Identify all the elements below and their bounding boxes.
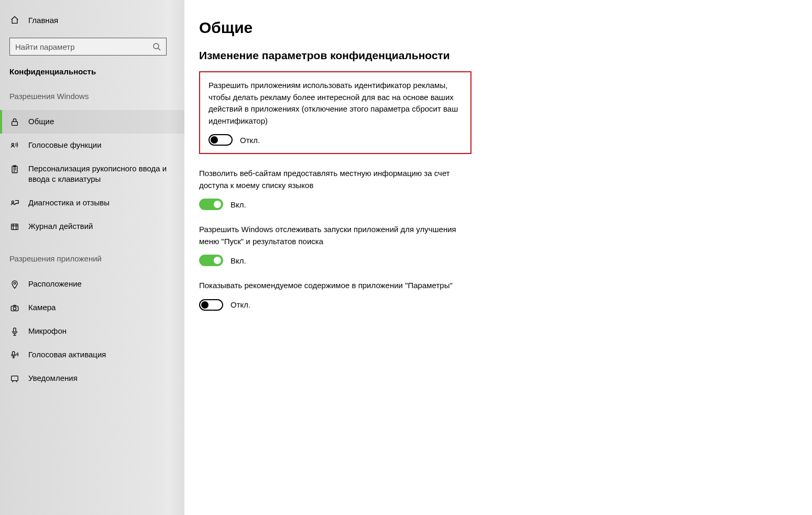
sidebar-item-label: Микрофон [28,326,67,336]
sidebar-item-inking[interactable]: Персонализация рукописного ввода и ввода… [0,157,184,191]
svg-rect-11 [13,351,15,355]
sidebar-item-label: Общие [28,116,54,127]
setting-suggested-content: Показывать рекомендуемое содержимое в пр… [199,280,466,311]
feedback-icon [9,198,20,209]
sidebar-item-microphone[interactable]: Микрофон [0,320,184,343]
toggle-website-language[interactable] [199,199,223,210]
sidebar-item-activity[interactable]: Журнал действий [0,215,184,238]
page-subheading: Изменение параметров конфиденциальности [199,49,791,62]
sidebar-item-label: Голосовые функции [28,140,102,150]
svg-point-2 [12,143,14,145]
setting-advertising-id: Разрешить приложениям использовать идент… [199,71,471,154]
svg-rect-6 [12,224,18,229]
home-icon [9,15,20,25]
sidebar-home-label: Главная [28,16,58,25]
toggle-row: Вкл. [199,255,466,266]
sidebar-item-label: Голосовая активация [28,349,106,360]
sidebar: Главная Конфиденциальность Разрешения Wi… [0,0,184,515]
toggle-state-label: Откл. [240,136,260,145]
svg-point-0 [153,43,159,49]
sidebar-home[interactable]: Главная [0,15,184,38]
setting-website-language: Позволить веб-сайтам предоставлять местн… [199,168,466,210]
sidebar-group-windows-perms: Разрешения Windows [0,92,184,110]
toggle-state-label: Откл. [231,300,250,309]
lock-icon [9,117,20,127]
svg-rect-10 [14,327,16,332]
toggle-advertising-id[interactable] [209,134,233,146]
toggle-state-label: Вкл. [231,200,246,209]
sidebar-item-label: Уведомления [28,373,78,383]
setting-description: Разрешить приложениям использовать идент… [209,80,462,127]
toggle-row: Вкл. [199,199,466,210]
setting-description: Разрешить Windows отслеживать запуски пр… [199,224,466,247]
toggle-row: Откл. [199,299,466,311]
search-icon [152,42,161,51]
toggle-row: Откл. [209,134,462,146]
sidebar-item-diagnostics[interactable]: Диагностика и отзывы [0,191,184,215]
svg-point-9 [13,307,16,310]
sidebar-item-location[interactable]: Расположение [0,272,184,296]
search-input[interactable] [15,42,152,51]
svg-point-7 [14,282,16,284]
main-content: Общие Изменение параметров конфиденциаль… [184,0,812,515]
setting-description: Показывать рекомендуемое содержимое в пр… [199,280,466,292]
page-title: Общие [199,19,791,37]
svg-rect-1 [12,122,18,125]
svg-point-5 [12,201,14,203]
sidebar-group-app-perms: Разрешения приложений [0,254,184,272]
setting-app-launch-tracking: Разрешить Windows отслеживать запуски пр… [199,224,466,266]
sidebar-item-general[interactable]: Общие [0,110,184,134]
speech-icon [9,140,20,151]
sidebar-item-notifications[interactable]: Уведомления [0,367,184,390]
sidebar-item-camera[interactable]: Камера [0,296,184,320]
sidebar-item-label: Камера [28,302,56,313]
microphone-icon [9,326,20,337]
sidebar-item-label: Журнал действий [28,221,93,232]
search-container [0,38,184,67]
sidebar-section-header: Конфиденциальность [0,67,184,92]
sidebar-item-label: Персонализация рукописного ввода и ввода… [28,163,175,185]
location-icon [9,279,20,290]
activity-icon [9,222,20,232]
toggle-state-label: Вкл. [231,256,246,265]
notifications-icon [9,374,20,384]
search-input-wrap[interactable] [9,38,167,56]
sidebar-item-speech[interactable]: Голосовые функции [0,134,184,157]
sidebar-item-voice-activation[interactable]: Голосовая активация [0,343,184,367]
clipboard-icon [9,164,20,174]
svg-rect-12 [12,376,18,380]
sidebar-item-label: Расположение [28,279,82,289]
toggle-suggested-content[interactable] [199,299,223,311]
toggle-app-launch-tracking[interactable] [199,255,223,266]
voice-activation-icon [9,350,20,360]
camera-icon [9,303,20,313]
setting-description: Позволить веб-сайтам предоставлять местн… [199,168,466,191]
sidebar-item-label: Диагностика и отзывы [28,198,109,208]
